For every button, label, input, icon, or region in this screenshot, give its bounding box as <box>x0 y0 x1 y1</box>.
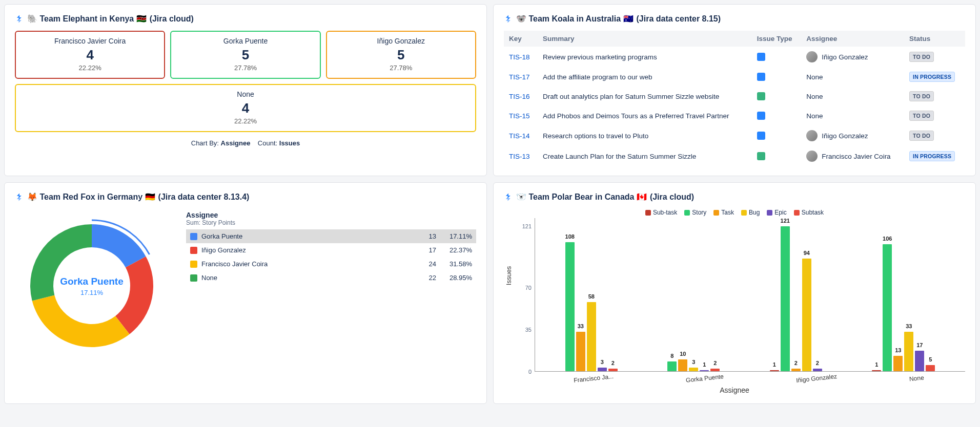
issue-key-link[interactable]: TIS-14 <box>509 132 530 140</box>
bar[interactable]: 2 <box>813 369 822 371</box>
bar[interactable]: 2 <box>608 369 618 371</box>
donut-chart[interactable]: Gorka Puente 17.11% <box>15 209 169 362</box>
col-key[interactable]: Key <box>504 31 538 47</box>
bar[interactable]: 8 <box>667 361 677 371</box>
bar[interactable]: 58 <box>587 302 596 371</box>
bar[interactable]: 13 <box>893 356 903 371</box>
bar[interactable]: 17 <box>915 351 924 371</box>
bar[interactable]: 94 <box>802 259 811 371</box>
table-row[interactable]: TIS-15Add Phobos and Deimos Tours as a P… <box>504 106 965 125</box>
issue-key-link[interactable]: TIS-13 <box>509 153 530 160</box>
legend-pct: 22.37% <box>436 246 472 254</box>
legend-pct: 31.58% <box>436 260 472 268</box>
table-row[interactable]: TIS-17Add the affiliate program to our w… <box>504 67 965 87</box>
bar-chart[interactable]: Issues 03570121 108335832810312112129421… <box>504 218 965 372</box>
bar-group: 11212942 <box>770 218 822 371</box>
bar[interactable]: 33 <box>904 332 913 371</box>
y-tick: 35 <box>525 327 532 333</box>
table-row[interactable]: TIS-14Research options to travel to Plut… <box>504 125 965 146</box>
panel-title: 🐻‍❄️ Team Polar Bear in Canada 🇨🇦 (Jira … <box>504 192 965 202</box>
legend-swatch <box>190 261 197 268</box>
panel-title: 🦊 Team Red Fox in Germany 🇩🇪 (Jira data … <box>15 192 476 202</box>
col-summary[interactable]: Summary <box>538 31 752 47</box>
legend-item[interactable]: Bug <box>741 209 760 216</box>
legend-item[interactable]: Subtask <box>794 209 824 216</box>
bar[interactable]: 1 <box>872 370 881 371</box>
legend-swatch <box>684 210 690 216</box>
issue-type-icon <box>757 152 765 160</box>
legend-item[interactable]: Epic <box>767 209 786 216</box>
col-assignee[interactable]: Assignee <box>801 31 904 47</box>
status-badge: IN PROGRESS <box>909 151 955 161</box>
bar-value: 94 <box>804 250 810 256</box>
bar[interactable]: 1 <box>700 370 709 371</box>
title-suffix: (Jira cloud) <box>650 193 694 202</box>
legend-item[interactable]: Task <box>713 209 734 216</box>
legend-points: 13 <box>405 232 436 240</box>
jira-icon <box>15 193 24 202</box>
legend-row[interactable]: None2228.95% <box>186 271 476 285</box>
donut-center-label: Gorka Puente <box>60 276 124 287</box>
issue-summary: Draft out analytics plan for Saturn Summ… <box>538 87 752 106</box>
bar[interactable]: 2 <box>710 369 720 371</box>
table-row[interactable]: TIS-18Review previous marketing programs… <box>504 47 965 67</box>
title-text: 🐘 Team Elephant in Kenya 🇰🇪 <box>27 14 147 24</box>
legend-row[interactable]: Francisco Javier Coira2431.58% <box>186 257 476 271</box>
bar[interactable]: 10 <box>678 359 687 371</box>
y-tick: 121 <box>522 223 532 229</box>
y-axis-label: Issues <box>505 266 513 286</box>
bar-value: 2 <box>713 360 717 366</box>
donut-slice[interactable] <box>32 295 130 347</box>
col-status[interactable]: Status <box>904 31 965 47</box>
bar-value: 3 <box>601 359 604 365</box>
issue-key-link[interactable]: TIS-17 <box>509 73 530 81</box>
bar[interactable]: 2 <box>791 369 801 371</box>
table-row[interactable]: TIS-16Draft out analytics plan for Satur… <box>504 87 965 106</box>
title-text: 🐻‍❄️ Team Polar Bear in Canada 🇨🇦 <box>516 192 647 202</box>
legend-pct: 17.11% <box>436 232 472 240</box>
bar-value: 58 <box>588 293 595 300</box>
issue-key-link[interactable]: TIS-15 <box>509 112 530 120</box>
stat-card[interactable]: Gorka Puente527.78% <box>170 31 320 79</box>
issue-key-link[interactable]: TIS-16 <box>509 93 530 100</box>
bar[interactable]: 121 <box>781 226 790 371</box>
bar-value: 1 <box>773 361 776 368</box>
legend-row[interactable]: Iñigo Gonzalez1722.37% <box>186 243 476 257</box>
bar[interactable]: 106 <box>883 244 892 371</box>
issue-summary: Add Phobos and Deimos Tours as a Preferr… <box>538 106 752 125</box>
bar[interactable]: 3 <box>598 368 607 371</box>
stat-pct: 27.78% <box>175 64 315 72</box>
bar[interactable]: 33 <box>576 332 585 371</box>
legend-item[interactable]: Sub-task <box>645 209 677 216</box>
legend-label: Bug <box>749 209 760 216</box>
legend-label: Subtask <box>802 209 824 216</box>
legend-row[interactable]: Gorka Puente1317.11% <box>186 229 476 243</box>
bar-value: 108 <box>565 233 575 240</box>
donut-slice[interactable] <box>115 257 153 334</box>
stat-card[interactable]: Francisco Javier Coira422.22% <box>15 31 165 79</box>
legend-swatch <box>645 210 651 216</box>
stat-pct: 27.78% <box>331 64 471 72</box>
panel-team-redfox: 🦊 Team Red Fox in Germany 🇩🇪 (Jira data … <box>4 182 487 404</box>
stat-pct: 22.22% <box>20 117 471 125</box>
stat-value: 4 <box>20 100 471 116</box>
bar[interactable]: 5 <box>926 365 935 371</box>
bar-group: 810312 <box>667 218 720 371</box>
issue-key-link[interactable]: TIS-18 <box>509 53 530 61</box>
bar[interactable]: 1 <box>770 370 779 371</box>
bar[interactable]: 3 <box>689 368 698 371</box>
legend-swatch <box>741 210 747 216</box>
bar[interactable]: 108 <box>565 242 575 371</box>
legend-name: Gorka Puente <box>201 232 405 240</box>
panel-team-polarbear: 🐻‍❄️ Team Polar Bear in Canada 🇨🇦 (Jira … <box>493 182 976 404</box>
assignee-name: Francisco Javier Coira <box>822 153 890 160</box>
stat-card[interactable]: None422.22% <box>15 84 476 132</box>
legend-item[interactable]: Story <box>684 209 706 216</box>
x-axis-label: Assignee <box>504 386 965 394</box>
assignee-name: Iñigo Gonzalez <box>822 132 868 140</box>
table-row[interactable]: TIS-13Create Launch Plan for the Saturn … <box>504 146 965 166</box>
col-type[interactable]: Issue Type <box>752 31 802 47</box>
issue-summary: Review previous marketing programs <box>538 47 752 67</box>
stat-card[interactable]: Iñigo Gonzalez527.78% <box>326 31 476 79</box>
issue-type-icon <box>757 73 765 81</box>
